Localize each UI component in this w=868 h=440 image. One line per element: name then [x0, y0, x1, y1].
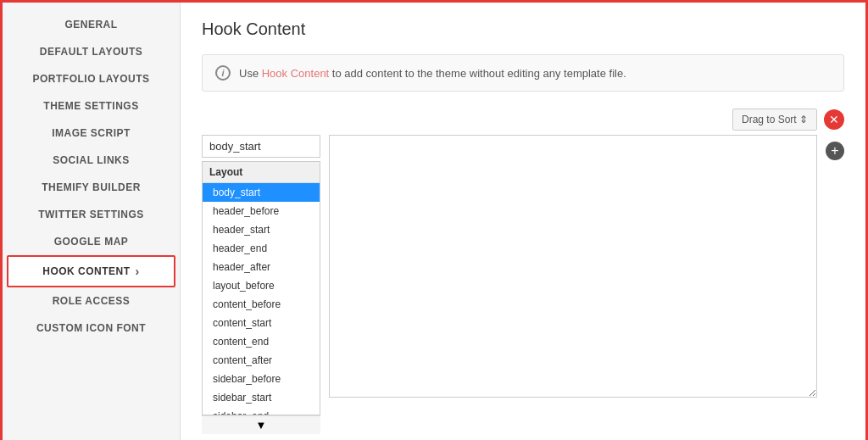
select-option-sidebar_before[interactable]: sidebar_before [203, 370, 320, 388]
close-button[interactable]: ✕ [824, 109, 844, 130]
add-button[interactable]: + [826, 142, 844, 160]
select-group-label: Layout [203, 162, 320, 183]
drag-sort-button[interactable]: Drag to Sort ⇕ [732, 109, 817, 131]
select-option-sidebar_end[interactable]: sidebar_end [203, 407, 320, 415]
sidebar-item-custom-icon-font[interactable]: CUSTOM ICON FONT [3, 315, 180, 342]
sidebar-item-google-map[interactable]: GOOGLE MAP [3, 228, 180, 255]
sidebar: GENERALDEFAULT LAYOUTSPORTFOLIO LAYOUTST… [3, 3, 181, 440]
sidebar-item-image-script[interactable]: IMAGE SCRIPT [3, 120, 180, 147]
select-option-content_after[interactable]: content_after [203, 351, 320, 370]
hook-select-list: Layout body_startheader_beforeheader_sta… [202, 161, 320, 415]
hook-area: Drag to Sort ⇕ ✕ Layout body_startheader… [202, 109, 844, 440]
hook-row: Layout body_startheader_beforeheader_sta… [202, 135, 844, 440]
select-option-sidebar_start[interactable]: sidebar_start [203, 388, 320, 407]
hook-content-link[interactable]: Hook Content [262, 67, 330, 80]
sidebar-item-hook-content[interactable]: HOOK CONTENT› [7, 255, 175, 287]
sidebar-item-portfolio-layouts[interactable]: PORTFOLIO LAYOUTS [3, 65, 180, 92]
main-content: Hook Content i Use Hook Content to add c… [181, 3, 865, 440]
select-option-content_end[interactable]: content_end [203, 332, 320, 351]
info-text: Use Hook Content to add content to the t… [239, 67, 626, 80]
sidebar-item-theme-settings[interactable]: THEME SETTINGS [3, 92, 180, 120]
hook-left: Layout body_startheader_beforeheader_sta… [202, 135, 320, 440]
sidebar-item-twitter-settings[interactable]: TWITTER SETTINGS [3, 201, 180, 228]
info-icon: i [215, 65, 231, 81]
select-option-body_start[interactable]: body_start [203, 183, 320, 202]
sidebar-item-label: HOOK CONTENT [42, 265, 130, 277]
select-option-header_before[interactable]: header_before [203, 202, 320, 220]
page-title: Hook Content [202, 19, 844, 39]
select-option-content_start[interactable]: content_start [203, 314, 320, 332]
sidebar-item-default-layouts[interactable]: DEFAULT LAYOUTS [3, 38, 180, 65]
select-option-layout_before[interactable]: layout_before [203, 276, 320, 295]
chevron-right-icon: › [136, 265, 140, 278]
sidebar-item-themify-builder[interactable]: THEMIFY BUILDER [3, 174, 180, 201]
hook-select-container: Layout body_startheader_beforeheader_sta… [202, 161, 320, 434]
hook-toolbar: Drag to Sort ⇕ ✕ [202, 109, 844, 131]
hook-name-input[interactable] [202, 135, 320, 158]
info-box: i Use Hook Content to add content to the… [202, 54, 844, 92]
select-option-header_start[interactable]: header_start [203, 220, 320, 239]
hook-textarea[interactable] [329, 135, 817, 398]
select-option-header_end[interactable]: header_end [203, 239, 320, 258]
select-option-content_before[interactable]: content_before [203, 295, 320, 314]
select-option-header_after[interactable]: header_after [203, 258, 320, 276]
sidebar-item-general[interactable]: GENERAL [3, 11, 180, 38]
sidebar-item-role-access[interactable]: ROLE ACCESS [3, 287, 180, 315]
hook-editor [329, 135, 817, 400]
scroll-indicator: ▼ [202, 415, 320, 434]
sidebar-item-social-links[interactable]: SOCIAL LINKS [3, 147, 180, 174]
